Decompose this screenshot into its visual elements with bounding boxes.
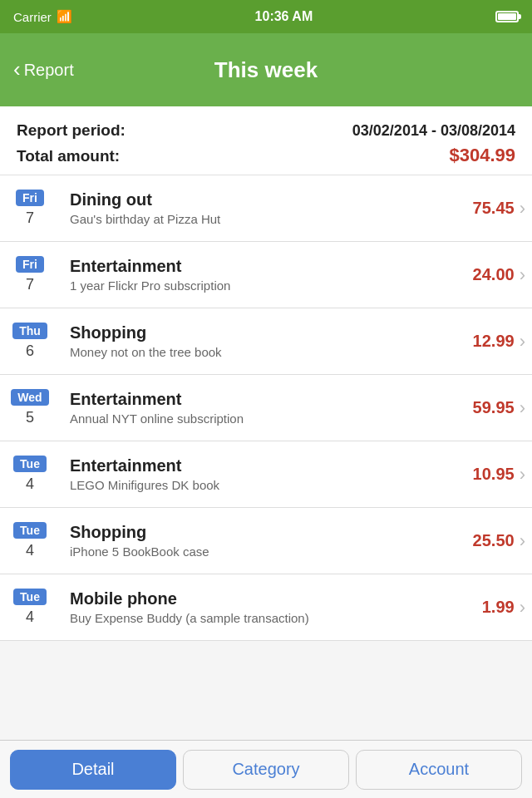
transaction-amount: 25.50	[448, 531, 515, 550]
transaction-category: Entertainment	[70, 390, 441, 409]
transaction-right: 12.99 ›	[448, 308, 532, 374]
transaction-right: 75.45 ›	[448, 175, 532, 241]
transaction-category: Entertainment	[70, 456, 441, 475]
day-name: Tue	[13, 589, 47, 605]
battery-area	[495, 11, 519, 22]
day-num: 4	[26, 608, 34, 626]
day-num: 4	[26, 475, 34, 493]
transaction-content: Shopping iPhone 5 BookBook case	[60, 508, 448, 574]
report-header: Report period: 03/02/2014 - 03/08/2014 T…	[0, 106, 532, 175]
date-badge: Wed 5	[0, 375, 60, 441]
tab-bar: Detail Category Account	[0, 740, 532, 798]
date-badge: Tue 4	[0, 441, 60, 507]
tab-category[interactable]: Category	[183, 750, 349, 790]
day-name: Tue	[13, 456, 47, 472]
day-num: 7	[26, 209, 34, 227]
date-badge: Fri 7	[0, 175, 60, 241]
status-bar: Carrier 📶 10:36 AM	[0, 0, 532, 33]
transaction-content: Shopping Money not on the tree book	[60, 308, 448, 374]
report-period-row: Report period: 03/02/2014 - 03/08/2014	[17, 121, 515, 140]
transaction-amount: 75.45	[448, 199, 515, 218]
report-total-label: Total amount:	[17, 147, 120, 165]
day-name: Tue	[13, 522, 47, 539]
back-button[interactable]: ‹ Report	[13, 60, 74, 80]
report-total-row: Total amount: $304.99	[17, 145, 515, 166]
carrier-label: Carrier	[13, 10, 52, 24]
day-num: 6	[26, 342, 34, 360]
tab-account[interactable]: Account	[356, 750, 522, 790]
transaction-amount: 10.95	[448, 465, 515, 484]
transaction-item[interactable]: Wed 5 Entertainment Annual NYT online su…	[0, 375, 532, 441]
back-chevron-icon: ‹	[13, 58, 21, 80]
carrier-wifi: Carrier 📶	[13, 9, 72, 24]
transaction-category: Shopping	[70, 523, 441, 542]
date-badge: Fri 7	[0, 242, 60, 308]
chevron-right-icon: ›	[520, 331, 525, 352]
transaction-right: 10.95 ›	[448, 441, 532, 507]
transaction-item[interactable]: Fri 7 Dining out Gau's birthday at Pizza…	[0, 175, 532, 242]
transaction-amount: 12.99	[448, 332, 515, 351]
report-total-value: $304.99	[449, 145, 515, 166]
wifi-icon: 📶	[57, 9, 72, 24]
transaction-amount: 24.00	[448, 265, 515, 284]
transaction-note: Gau's birthday at Pizza Hut	[70, 212, 441, 226]
back-label: Report	[24, 61, 74, 80]
transaction-category: Entertainment	[70, 257, 441, 276]
transaction-note: iPhone 5 BookBook case	[70, 544, 441, 559]
transaction-category: Mobile phone	[70, 589, 441, 608]
date-badge: Tue 4	[0, 508, 60, 574]
chevron-right-icon: ›	[520, 530, 525, 552]
transaction-content: Mobile phone Buy Expense Buddy (a sample…	[60, 574, 448, 640]
transaction-item[interactable]: Thu 6 Shopping Money not on the tree boo…	[0, 308, 532, 375]
report-period-value: 03/02/2014 - 03/08/2014	[352, 122, 515, 140]
transaction-content: Entertainment LEGO Minifigures DK book	[60, 441, 448, 507]
transaction-content: Entertainment Annual NYT online subscrip…	[60, 375, 448, 441]
day-num: 4	[26, 542, 34, 559]
day-name: Thu	[12, 323, 47, 339]
day-num: 7	[26, 276, 34, 293]
transaction-item[interactable]: Tue 4 Shopping iPhone 5 BookBook case 25…	[0, 508, 532, 574]
transaction-content: Entertainment 1 year Flickr Pro subscrip…	[60, 242, 448, 308]
date-badge: Thu 6	[0, 308, 60, 374]
transaction-right: 25.50 ›	[448, 508, 532, 574]
transaction-amount: 59.95	[448, 398, 515, 417]
transaction-amount: 1.99	[448, 598, 515, 617]
chevron-right-icon: ›	[520, 464, 525, 485]
tab-detail[interactable]: Detail	[10, 750, 176, 790]
transaction-category: Dining out	[70, 190, 441, 209]
chevron-right-icon: ›	[520, 264, 525, 286]
transaction-right: 1.99 ›	[448, 574, 532, 640]
day-name: Fri	[16, 256, 44, 273]
transaction-item[interactable]: Fri 7 Entertainment 1 year Flickr Pro su…	[0, 242, 532, 308]
day-name: Wed	[11, 389, 48, 406]
transaction-right: 59.95 ›	[448, 375, 532, 441]
transaction-note: LEGO Minifigures DK book	[70, 478, 441, 492]
report-period-label: Report period:	[17, 121, 126, 140]
transaction-list: Fri 7 Dining out Gau's birthday at Pizza…	[0, 175, 532, 742]
transaction-item[interactable]: Tue 4 Entertainment LEGO Minifigures DK …	[0, 441, 532, 508]
transaction-note: Money not on the tree book	[70, 345, 441, 359]
transaction-item[interactable]: Tue 4 Mobile phone Buy Expense Buddy (a …	[0, 574, 532, 641]
nav-title: This week	[214, 57, 318, 83]
date-badge: Tue 4	[0, 574, 60, 640]
transaction-content: Dining out Gau's birthday at Pizza Hut	[60, 175, 448, 241]
nav-bar: ‹ Report This week	[0, 33, 532, 106]
battery-icon	[495, 11, 519, 22]
day-name: Fri	[16, 190, 44, 206]
transaction-right: 24.00 ›	[448, 242, 532, 308]
transaction-category: Shopping	[70, 323, 441, 342]
transaction-note: Buy Expense Buddy (a sample transaction)	[70, 611, 441, 625]
time-display: 10:36 AM	[255, 9, 313, 24]
transaction-note: Annual NYT online subscription	[70, 411, 441, 426]
chevron-right-icon: ›	[520, 597, 525, 618]
day-num: 5	[26, 409, 34, 426]
transaction-note: 1 year Flickr Pro subscription	[70, 278, 441, 293]
chevron-right-icon: ›	[520, 397, 525, 419]
chevron-right-icon: ›	[520, 198, 525, 219]
